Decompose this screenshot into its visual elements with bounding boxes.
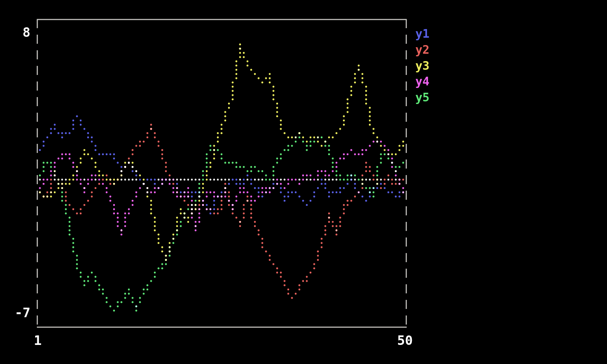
x-axis-max-label: 50 xyxy=(395,334,414,347)
y-axis-max-label: 8 xyxy=(0,26,30,39)
terminal-plot-window: 8 -7 1 50 y1y2y3y4y5 xyxy=(0,0,607,364)
legend-item-y1: y1 xyxy=(415,26,430,42)
plot-canvas xyxy=(0,0,607,364)
legend-item-y2: y2 xyxy=(415,42,430,58)
legend: y1y2y3y4y5 xyxy=(415,26,430,106)
legend-item-y4: y4 xyxy=(415,74,430,90)
y-axis-min-label: -7 xyxy=(0,306,30,319)
legend-item-y3: y3 xyxy=(415,58,430,74)
x-axis-min-label: 1 xyxy=(30,334,45,347)
legend-item-y5: y5 xyxy=(415,90,430,106)
